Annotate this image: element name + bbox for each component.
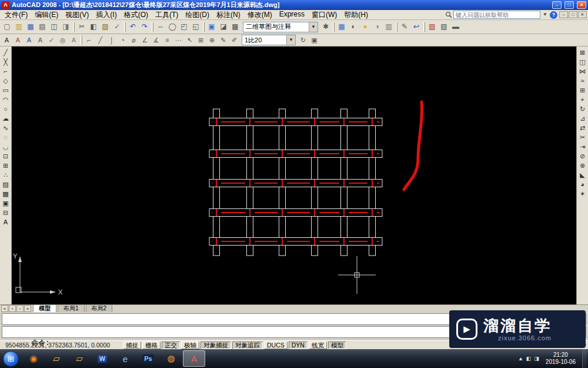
mtext-icon[interactable]: A — [24, 35, 35, 46]
tray-expand-icon[interactable]: ▲ — [518, 356, 523, 362]
erase-icon[interactable]: ⊠ — [577, 48, 588, 57]
chevron-down-icon[interactable]: ▼ — [286, 35, 295, 45]
maximize-button[interactable]: □ — [564, 1, 574, 9]
quick-leader-icon[interactable]: ↖ — [184, 35, 195, 46]
find-text-icon[interactable]: ◎ — [57, 35, 68, 46]
show-desktop-button[interactable] — [582, 349, 587, 368]
ellipse-icon[interactable]: ◌ — [1, 133, 11, 142]
move-icon[interactable]: + — [577, 95, 588, 104]
break-at-point-icon[interactable]: ⊘ — [577, 152, 588, 161]
polyline-icon[interactable]: ⌐ — [1, 67, 11, 76]
trim-icon[interactable]: ✂ — [577, 133, 588, 142]
match-properties-icon[interactable]: ✓ — [111, 21, 123, 32]
red-marker-stroke[interactable] — [404, 102, 422, 190]
taskbar-folder-2[interactable]: ▱ — [68, 350, 91, 367]
taskbar-autocad[interactable]: A — [183, 350, 205, 367]
make-layer-current-icon[interactable]: ✎ — [399, 21, 410, 32]
menu-item[interactable]: 窗口(W) — [308, 9, 340, 21]
make-block-icon[interactable]: ⊞ — [1, 161, 11, 170]
minimize-button[interactable]: – — [552, 1, 562, 9]
doc-restore-button[interactable]: □ — [569, 11, 577, 18]
layer-previous-icon[interactable]: ↩ — [410, 21, 422, 32]
layer-on-off-icon[interactable]: ● — [359, 21, 371, 32]
paste-icon[interactable]: ▧ — [99, 21, 111, 32]
save-icon[interactable]: ▦ — [25, 21, 36, 32]
dim-style-icon[interactable]: ▣ — [309, 35, 320, 46]
help-search-input[interactable] — [453, 11, 540, 19]
redo-icon[interactable]: ↷ — [139, 21, 151, 32]
status-toggle[interactable]: 对象追踪 — [232, 342, 263, 349]
zoom-window-icon[interactable]: ◰ — [178, 21, 190, 32]
menu-item[interactable]: 绘图(D) — [182, 9, 213, 21]
taskbar-internet-explorer[interactable]: e — [114, 350, 136, 367]
tab-layout1[interactable]: 布局1 — [58, 304, 85, 312]
rectangle-icon[interactable]: ▭ — [1, 86, 11, 95]
status-toggle[interactable]: 正交 — [162, 342, 180, 349]
revision-cloud-icon[interactable]: ☁ — [1, 114, 11, 123]
center-mark-icon[interactable]: ⊕ — [206, 35, 218, 46]
dim-angular-icon[interactable]: ∠ — [139, 35, 151, 46]
dim-diameter-icon[interactable]: ⌀ — [128, 35, 139, 46]
single-line-text-icon[interactable]: A — [35, 35, 46, 46]
polygon-icon[interactable]: ◇ — [1, 77, 11, 85]
array-icon[interactable]: ⊞ — [577, 86, 588, 95]
rotate-icon[interactable]: ↻ — [577, 105, 588, 114]
scale-text-icon[interactable]: A — [68, 35, 79, 46]
dim-text-edit-icon[interactable]: ✐ — [229, 35, 240, 46]
tolerance-icon[interactable]: ⊞ — [195, 35, 206, 46]
status-toggle[interactable]: 栅格 — [142, 342, 161, 349]
plot-preview-icon[interactable]: ◫ — [48, 21, 60, 32]
dim-aligned-icon[interactable]: ╱ — [95, 35, 106, 46]
menu-item[interactable]: 视图(V) — [62, 9, 92, 21]
linetype-control-icon[interactable]: ▨ — [438, 21, 450, 32]
annotative-text-icon[interactable]: A — [12, 35, 24, 46]
doc-minimize-button[interactable]: – — [559, 11, 568, 18]
undo-icon[interactable]: ↶ — [127, 21, 139, 32]
tray-network-icon[interactable]: ◧ — [526, 356, 532, 362]
table-icon[interactable]: ⊟ — [1, 208, 11, 217]
tray-volume-icon[interactable]: ◨ — [534, 356, 539, 362]
tab-nav-icon[interactable]: › — [16, 305, 24, 312]
status-toggle[interactable]: DYN — [289, 342, 308, 349]
scale-icon[interactable]: ⊿ — [577, 114, 588, 123]
lineweight-control-icon[interactable]: ▬ — [450, 21, 462, 32]
fillet-icon[interactable]: ◕ — [577, 180, 588, 189]
ellipse-arc-icon[interactable]: ◡ — [1, 142, 11, 151]
dim-continue-icon[interactable]: ⋯ — [173, 35, 184, 46]
menu-item[interactable]: 工具(T) — [152, 9, 182, 21]
dim-edit-icon[interactable]: ✎ — [218, 35, 229, 46]
copy-clip-icon[interactable]: ◧ — [88, 21, 99, 32]
designcenter-icon[interactable]: ◪ — [218, 21, 229, 32]
status-toggle[interactable]: 对象捕捉 — [201, 342, 231, 349]
tab-model[interactable]: 模型 — [33, 304, 56, 312]
dim-baseline-icon[interactable]: ≡ — [162, 35, 173, 46]
menu-item[interactable]: 文件(F) — [1, 9, 31, 21]
menu-item[interactable]: 编辑(E) — [31, 9, 62, 21]
spline-icon[interactable]: ∿ — [1, 124, 11, 132]
dim-linear-icon[interactable]: ⌐ — [83, 35, 95, 46]
open-icon[interactable]: ▥ — [13, 21, 25, 32]
menu-item[interactable]: 格式(O) — [121, 9, 152, 21]
workspace-settings-icon[interactable]: ✱ — [320, 21, 332, 32]
stretch-icon[interactable]: ⇄ — [577, 124, 588, 132]
taskbar-firefox[interactable]: ◉ — [22, 350, 45, 367]
doc-close-button[interactable]: ✕ — [578, 11, 587, 18]
help-icon[interactable]: ? — [550, 11, 557, 19]
dim-ordinate-icon[interactable]: ⌡ — [106, 35, 117, 46]
color-control-icon[interactable]: ▧ — [426, 21, 438, 32]
taskbar-wechat[interactable]: ◍ — [160, 350, 182, 367]
tab-nav-icon[interactable]: » — [24, 305, 31, 312]
zoom-realtime-icon[interactable]: ◯ — [166, 21, 178, 32]
search-dropdown-icon[interactable]: ▼ — [542, 11, 549, 19]
status-toggle[interactable]: DUCS — [264, 342, 288, 349]
dim-update-icon[interactable]: ↻ — [298, 35, 309, 46]
tool-palettes-icon[interactable]: ▩ — [229, 21, 241, 32]
menu-item[interactable]: 插入(I) — [92, 9, 120, 21]
chevron-down-icon[interactable]: ▼ — [309, 22, 318, 32]
offset-icon[interactable]: ≈ — [577, 77, 588, 85]
properties-icon[interactable]: ▣ — [206, 21, 218, 32]
layer-freeze-icon[interactable]: ◑ — [371, 21, 383, 32]
layer-properties-icon[interactable]: ▦ — [336, 21, 348, 32]
layer-states-icon[interactable]: ◐ — [348, 21, 359, 32]
taskbar-word[interactable]: W — [91, 350, 113, 367]
